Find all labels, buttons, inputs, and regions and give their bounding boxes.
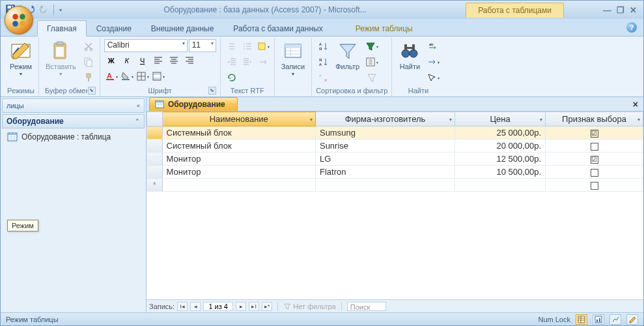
checkbox-icon: ☑ <box>591 156 598 164</box>
goto-button[interactable]: ▾ <box>426 55 440 69</box>
doctab-equipment[interactable]: Оборудование <box>149 97 238 111</box>
navpane-item-equipment[interactable]: Оборудование : таблица <box>1 128 146 145</box>
font-size-combo[interactable]: 11 <box>189 39 216 52</box>
fill-color-button[interactable]: ▾ <box>120 69 134 83</box>
svg-text:А: А <box>319 63 322 67</box>
svg-rect-43 <box>156 101 163 103</box>
decrease-list-button[interactable] <box>225 39 239 53</box>
window-title: Оборудование : база данных (Access 2007)… <box>64 5 466 14</box>
office-button[interactable] <box>5 6 33 35</box>
new-row[interactable]: * <box>147 179 643 192</box>
table-icon <box>155 100 164 109</box>
table-row[interactable]: Системный блок Sumsung 25 000,00р. ☑ <box>147 126 643 140</box>
col-price[interactable]: Цена▾ <box>455 112 546 126</box>
indent-left-button[interactable] <box>225 55 239 69</box>
svg-text:ab: ab <box>429 42 434 46</box>
toggle-filter-button[interactable] <box>365 70 379 85</box>
underline-button[interactable]: Ч <box>135 53 150 68</box>
tab-external-data[interactable]: Внешние данные <box>141 20 224 36</box>
alt-color-button[interactable]: ▾ <box>151 69 165 83</box>
close-button[interactable]: ✕ <box>630 5 637 15</box>
cut-icon <box>83 41 94 52</box>
sort-desc-button[interactable]: ЯА <box>316 55 330 69</box>
minimize-button[interactable]: — <box>603 5 611 15</box>
align-right-icon <box>184 55 195 66</box>
first-record-button[interactable]: I◂ <box>177 302 188 311</box>
selection-filter-button[interactable]: ▾ <box>365 39 379 53</box>
binoculars-icon <box>399 40 420 61</box>
table-row[interactable]: Монитор Flatron 10 500,00р. <box>147 166 643 179</box>
find-button[interactable]: Найти <box>396 39 423 72</box>
mode-button[interactable]: Режим ▼ <box>7 39 35 78</box>
gridlines-icon <box>136 71 147 82</box>
bold-button[interactable]: Ж <box>104 53 119 68</box>
gridlines-button[interactable]: ▾ <box>135 69 150 83</box>
records-button[interactable]: Записи ▼ <box>279 39 308 78</box>
design-view-button[interactable] <box>626 314 638 325</box>
tab-db-tools[interactable]: Работа с базами данных <box>223 20 332 36</box>
refresh-button[interactable] <box>225 70 239 85</box>
fill-color-icon <box>120 71 131 82</box>
table-row[interactable]: Монитор LG 12 500,00р. ☑ <box>147 153 643 166</box>
new-record-button[interactable]: ▸* <box>262 302 272 311</box>
chart-view-button[interactable] <box>609 314 621 325</box>
doctab-close-button[interactable]: × <box>633 99 638 110</box>
cut-button[interactable] <box>81 39 96 53</box>
copy-icon <box>83 57 94 67</box>
tab-create[interactable]: Создание <box>87 20 141 36</box>
restore-button[interactable]: ❐ <box>617 5 624 15</box>
pivot-view-button[interactable] <box>593 314 604 325</box>
ribbon: Режим ▼ Режимы Вставить ▼ Буфер обмен <box>1 36 643 97</box>
indent-right-button[interactable] <box>240 55 255 69</box>
qat-customize-icon[interactable]: ▾ <box>59 7 62 13</box>
select-all-button[interactable] <box>147 112 163 126</box>
next-record-button[interactable]: ▸ <box>236 302 246 311</box>
datasheet-view-button[interactable] <box>576 314 587 325</box>
chevron-down-icon: ▼ <box>19 72 23 76</box>
data-table[interactable]: Наименование▾ Фирма-изготовитель▾ Цена▾ … <box>147 111 643 192</box>
record-position-input[interactable] <box>203 302 233 311</box>
table-row[interactable]: Системный блок Sunrise 20 000,00р. <box>147 140 643 153</box>
increase-list-button[interactable] <box>240 39 255 53</box>
last-record-button[interactable]: ▸I <box>249 302 259 311</box>
col-name[interactable]: Наименование▾ <box>162 112 315 126</box>
paste-button[interactable]: Вставить ▼ <box>43 39 79 78</box>
copy-button[interactable] <box>81 55 96 69</box>
help-button[interactable]: ? <box>626 22 637 33</box>
align-right-button[interactable] <box>182 53 197 68</box>
clipboard-launcher[interactable]: ⬊ <box>88 87 96 95</box>
navpane-header[interactable]: лицы « <box>2 98 145 113</box>
filter-icon <box>337 40 358 61</box>
replace-icon: ab <box>428 41 438 52</box>
col-manufacturer[interactable]: Фирма-изготовитель▾ <box>315 112 455 126</box>
svg-point-4 <box>12 14 18 20</box>
navpane-group-label[interactable]: Оборудование ⌃ <box>2 114 145 128</box>
align-center-button[interactable] <box>167 53 181 68</box>
tab-home[interactable]: Главная <box>37 20 87 37</box>
filter-button[interactable]: Фильтр <box>333 39 362 72</box>
redo-icon[interactable] <box>39 5 48 15</box>
align-left-button[interactable] <box>151 53 165 68</box>
col-flag[interactable]: Признак выбора▾ <box>546 112 643 126</box>
font-launcher[interactable]: ⬊ <box>208 87 216 95</box>
svg-rect-37 <box>412 44 415 51</box>
ltr-button[interactable] <box>256 55 270 69</box>
highlight-button[interactable]: ▾ <box>256 39 270 53</box>
font-color-button[interactable]: A▾ <box>104 69 119 83</box>
tab-table-mode[interactable]: Режим таблицы <box>346 20 423 36</box>
replace-button[interactable]: ab <box>426 39 440 53</box>
svg-rect-45 <box>595 316 602 323</box>
svg-text:A: A <box>107 72 112 80</box>
sort-asc-button[interactable]: АЯ <box>316 39 330 53</box>
prev-record-button[interactable]: ◂ <box>190 302 201 311</box>
italic-button[interactable]: К <box>120 53 134 68</box>
font-name-combo[interactable]: Calibri <box>104 39 188 52</box>
clear-sort-button[interactable]: А <box>316 70 330 85</box>
new-record-icon: * <box>147 179 163 192</box>
search-input[interactable]: Поиск <box>347 302 386 311</box>
advanced-filter-button[interactable]: ▾ <box>365 55 379 69</box>
checkbox-icon: ☑ <box>591 130 598 138</box>
format-painter-button[interactable] <box>81 70 96 85</box>
select-button[interactable]: ▾ <box>426 70 440 85</box>
group-find: Найти ab ▾ ▾ Найти <box>392 38 444 96</box>
